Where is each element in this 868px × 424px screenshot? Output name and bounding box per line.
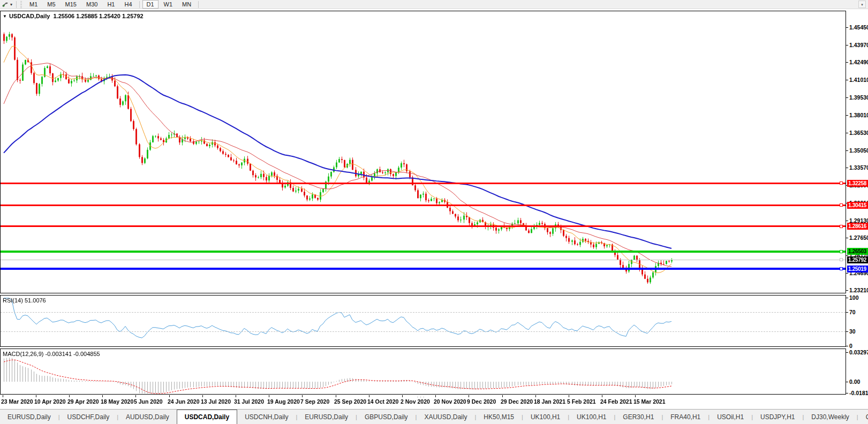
price-axis-label: 1.45450 [849,24,868,31]
tab-usoil-h1[interactable]: USOil,H1 [710,410,751,424]
current-price-line[interactable] [1,260,846,260]
tab-xauusd-daily[interactable]: XAUUSD,Daily [417,410,474,424]
timeframe-button-m15[interactable]: M15 [61,0,81,9]
cursor-tool-caret-icon[interactable]: ▾ [10,2,12,7]
toolbar-grip-handle[interactable] [20,1,22,8]
macd-axis-tick [846,393,848,393]
tab-fra40-h1[interactable]: FRA40,H1 [663,410,708,424]
date-axis-label: 15 Mar 2021 [633,398,666,405]
date-axis-label: 24 Jun 2020 [168,398,200,405]
price-axis-label: 1.43970 [849,42,868,48]
line-handle[interactable] [840,267,843,270]
macd-axis-label: 0.032972 [849,349,868,355]
ohlc-open: 1.25506 [53,13,74,19]
date-axis-tick [469,395,469,397]
price-line-badge: 1.25019 [847,266,868,272]
rsi-level-30 [1,331,846,332]
price-line-badge: 1.32258 [847,180,868,187]
toolbar-separator [198,1,199,8]
date-axis-label: 25 Sep 2020 [334,398,366,405]
tab-uk100-h1[interactable]: UK100,H1 [569,410,614,424]
tab-audusd-daily[interactable]: AUDUSD,Daily [118,410,177,424]
tab-uk100-h1[interactable]: UK100,H1 [523,410,568,424]
top-toolbar: ▾ M1M5M15M30H1H4D1W1MN ▾ [0,0,868,9]
date-axis-label: 18 Jan 2021 [534,398,565,405]
rsi-value: 51.0076 [25,297,46,304]
macd-panel: MACD(12,26,9) -0.003141 -0.004855 [0,349,846,395]
tab-hk50-m15[interactable]: HK50,M15 [476,410,522,424]
horizontal-line-1.25019[interactable] [1,268,846,270]
timeframe-button-m1[interactable]: M1 [25,0,42,9]
horizontal-line-1.26503[interactable] [1,251,846,253]
date-axis-tick [569,395,569,397]
price-axis-tick [846,150,848,151]
tab-usdjpy-h1[interactable]: USDJPY,H1 [753,410,802,424]
chart-objects-dropdown-icon[interactable]: ▼ [3,14,7,19]
timeframe-button-m5[interactable]: M5 [43,0,59,9]
date-axis-tick [369,395,369,397]
price-axis-label: 1.23210 [849,287,868,293]
line-handle[interactable] [840,181,843,185]
crosshair-tool-button[interactable]: ▾ [0,1,14,7]
price-axis-tick [846,27,848,28]
timeframe-button-mn[interactable]: MN [178,0,195,9]
price-axis-tick [846,115,848,116]
date-axis-label: 13 Jul 2020 [201,398,231,405]
date-axis-label: 7 Sep 2020 [300,398,329,405]
panel-splitter-handle[interactable]: ··· [417,393,426,400]
tab-eurusd-daily[interactable]: EURUSD,Daily [297,410,356,424]
horizontal-line-1.30415[interactable] [1,205,846,206]
horizontal-line-1.28616[interactable] [1,225,846,227]
date-axis-tick [502,395,503,397]
ohlc-high: 1.25885 [76,13,97,19]
horizontal-line-1.32258[interactable] [1,183,846,184]
date-axis-tick [269,395,269,397]
date-axis-tick [169,395,170,397]
tab-usdchf-daily[interactable]: USDCHF,Daily [60,410,117,424]
macd-canvas[interactable] [1,349,846,394]
timeframe-button-h1[interactable]: H1 [103,0,119,9]
price-axis-tick [846,62,848,63]
timeframe-button-h4[interactable]: H4 [120,0,136,9]
tab-eurusd-daily[interactable]: EURUSD,Daily [0,410,58,424]
date-axis-label: 29 Dec 2020 [501,398,533,405]
macd-axis-tick [846,352,848,353]
toolbar-overflow-button[interactable]: ▾ [858,1,866,8]
date-axis-tick [236,395,236,397]
rsi-axis-tick [846,331,848,332]
line-handle[interactable] [840,225,843,228]
price-line-badge: 1.30415 [847,202,868,209]
price-axis-tick [846,238,848,238]
timeframe-button-m30[interactable]: M30 [82,0,102,9]
date-axis-tick [336,395,336,397]
toolbar-separator [139,1,140,8]
line-handle[interactable] [840,258,843,261]
tab-dj30-weekly[interactable]: DJ30,Weekly [804,410,856,424]
date-axis-tick [402,395,403,397]
timeframe-button-w1[interactable]: W1 [160,0,177,9]
timeframe-button-d1[interactable]: D1 [142,0,158,9]
tab-usdcnh-daily[interactable]: USDCNH,Daily [237,410,296,424]
date-axis-label: 5 Feb 2021 [567,398,596,405]
date-axis-tick [69,395,70,397]
date-axis-tick [602,395,602,397]
rsi-axis-label: 30 [849,328,856,335]
date-axis-tick [135,395,136,397]
price-line-badge: 1.26503 [847,248,868,255]
tab-gbpusd-daily[interactable]: GBPUSD,Daily [357,410,416,424]
tab-usdcad-daily[interactable]: USDCAD,Daily [177,410,237,424]
rsi-axis-label: 100 [849,294,859,301]
date-axis-label: 14 Oct 2020 [367,398,398,405]
date-axis-tick [535,395,536,397]
date-axis-label: 29 Apr 2020 [67,398,99,405]
tab-china300-h1[interactable]: CHINA300,H1 [858,410,868,424]
line-handle[interactable] [840,250,843,253]
price-axis: 1.454501.439701.424901.410101.395301.380… [846,9,868,408]
tab-ger30-h1[interactable]: GER30,H1 [615,410,661,424]
macd-axis-label: -0.018154 [849,390,868,396]
date-axis-tick [435,395,436,397]
ohlc-low: 1.25420 [99,13,120,19]
rsi-canvas[interactable] [1,296,846,346]
line-handle[interactable] [840,203,843,207]
toolbar-separator [16,1,17,8]
